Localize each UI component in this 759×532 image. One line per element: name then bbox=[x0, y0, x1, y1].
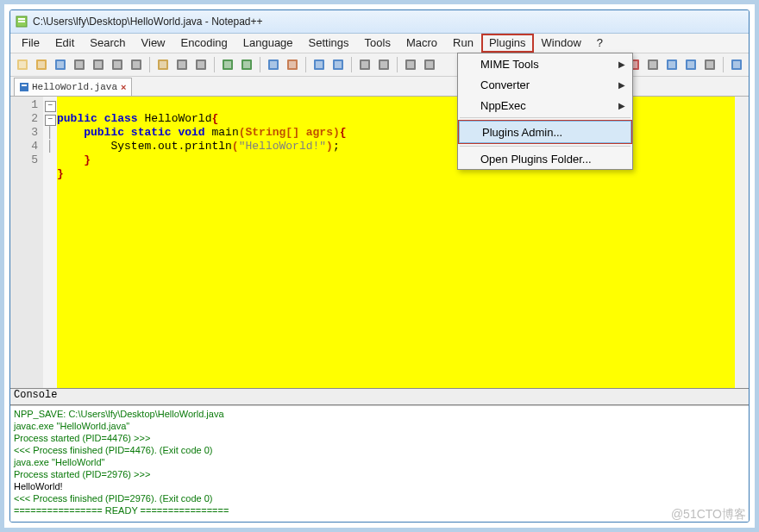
menu-item-label: Open Plugins Folder... bbox=[480, 153, 592, 166]
menu-view[interactable]: View bbox=[134, 34, 173, 53]
toolbar-separator bbox=[305, 57, 306, 72]
stop-icon[interactable] bbox=[644, 56, 662, 73]
tab-file-icon bbox=[20, 83, 28, 91]
copy-icon[interactable] bbox=[173, 56, 191, 73]
menu-tools[interactable]: Tools bbox=[357, 34, 398, 53]
wrap-icon[interactable] bbox=[402, 56, 419, 73]
close-icon[interactable] bbox=[90, 56, 107, 73]
monitor-icon[interactable] bbox=[728, 56, 745, 73]
code-editor[interactable]: 12345 − − │ │ public class HelloWorld{ p… bbox=[10, 97, 749, 388]
svg-rect-48 bbox=[668, 61, 675, 68]
svg-rect-6 bbox=[38, 61, 45, 68]
menu-item-label: Plugins Admin... bbox=[482, 126, 562, 139]
tab-helloworld[interactable]: HelloWorld.java × bbox=[14, 78, 132, 96]
menu-settings[interactable]: Settings bbox=[301, 34, 357, 53]
svg-rect-36 bbox=[361, 61, 368, 68]
toolbar-separator bbox=[397, 57, 398, 72]
menu-language[interactable]: Language bbox=[235, 34, 301, 53]
svg-rect-52 bbox=[706, 61, 713, 68]
open-file-icon[interactable] bbox=[33, 56, 50, 73]
svg-rect-1 bbox=[18, 18, 25, 20]
menu-encoding[interactable]: Encoding bbox=[173, 34, 235, 53]
watermark: @51CTO博客 bbox=[671, 507, 746, 523]
line-number-gutter: 12345 bbox=[10, 97, 43, 388]
menu-item-mime-tools[interactable]: MIME Tools▶ bbox=[458, 53, 632, 74]
line-number: 2 bbox=[10, 112, 38, 126]
app-window: C:\Users\lfy\Desktop\HelloWorld.java - N… bbox=[9, 9, 750, 523]
print-icon[interactable] bbox=[128, 56, 145, 73]
close-all-icon[interactable] bbox=[109, 56, 126, 73]
fold-toggle-icon[interactable]: − bbox=[45, 101, 56, 112]
svg-rect-46 bbox=[649, 61, 656, 68]
svg-rect-40 bbox=[407, 61, 414, 68]
svg-rect-38 bbox=[380, 61, 387, 68]
console-line: <<< Process finished (PID=2976). (Exit c… bbox=[14, 492, 745, 504]
window-title: C:\Users\lfy\Desktop\HelloWorld.java - N… bbox=[33, 16, 263, 28]
menu-item-converter[interactable]: Converter▶ bbox=[458, 74, 632, 95]
svg-rect-14 bbox=[114, 61, 121, 68]
fold-gutter: − − │ │ bbox=[43, 97, 57, 388]
line-number: 4 bbox=[10, 140, 38, 153]
save-icon[interactable] bbox=[52, 56, 69, 73]
tab-close-icon[interactable]: × bbox=[121, 82, 126, 92]
zoom-out-icon[interactable] bbox=[329, 56, 347, 73]
svg-rect-8 bbox=[57, 61, 64, 68]
menu-macro[interactable]: Macro bbox=[398, 34, 445, 53]
cut-icon[interactable] bbox=[154, 56, 172, 73]
sync-h-icon[interactable] bbox=[375, 56, 392, 73]
toolbar-separator bbox=[214, 57, 215, 72]
menu-edit[interactable]: Edit bbox=[47, 34, 82, 53]
svg-rect-10 bbox=[76, 61, 83, 68]
menu-item-nppexec[interactable]: NppExec▶ bbox=[458, 95, 632, 116]
console-line: java.exe "HelloWorld" bbox=[14, 456, 745, 468]
console-header[interactable]: Console bbox=[10, 388, 749, 405]
svg-rect-24 bbox=[224, 61, 231, 68]
menu-run[interactable]: Run bbox=[445, 34, 481, 53]
line-number: 5 bbox=[10, 153, 38, 167]
find-icon[interactable] bbox=[265, 56, 282, 73]
menu-separator bbox=[460, 117, 630, 118]
svg-rect-34 bbox=[335, 61, 342, 68]
chars-icon[interactable] bbox=[421, 56, 438, 73]
menu-window[interactable]: Window bbox=[534, 34, 589, 53]
svg-rect-4 bbox=[19, 61, 26, 68]
sync-v-icon[interactable] bbox=[356, 56, 373, 73]
paste-icon[interactable] bbox=[192, 56, 210, 73]
titlebar[interactable]: C:\Users\lfy\Desktop\HelloWorld.java - N… bbox=[10, 10, 749, 34]
save-all-icon[interactable] bbox=[71, 56, 88, 73]
menu-separator bbox=[460, 146, 630, 147]
toolbar-separator bbox=[149, 57, 150, 72]
svg-rect-18 bbox=[160, 61, 166, 68]
console-line: NPP_SAVE: C:\Users\lfy\Desktop\HelloWorl… bbox=[14, 408, 745, 420]
menu-item-label: NppExec bbox=[480, 99, 526, 112]
console-panel[interactable]: NPP_SAVE: C:\Users\lfy\Desktop\HelloWorl… bbox=[10, 405, 749, 522]
savem-icon[interactable] bbox=[701, 56, 718, 73]
svg-rect-16 bbox=[133, 61, 140, 68]
play-icon[interactable] bbox=[663, 56, 681, 73]
vertical-scrollbar[interactable] bbox=[735, 97, 749, 388]
undo-icon[interactable] bbox=[219, 56, 236, 73]
code-area[interactable]: public class HelloWorld{ public static v… bbox=[57, 97, 749, 388]
new-file-icon[interactable] bbox=[14, 56, 31, 73]
menu-item-plugins-admin[interactable]: Plugins Admin... bbox=[459, 121, 631, 143]
menu-plugins[interactable]: Plugins bbox=[481, 34, 534, 53]
toolbar bbox=[10, 53, 749, 77]
menu-search[interactable]: Search bbox=[82, 34, 133, 53]
menu-item-open-plugins-folder[interactable]: Open Plugins Folder... bbox=[458, 148, 632, 169]
menu-help[interactable]: ? bbox=[589, 34, 611, 53]
toolbar-separator bbox=[351, 57, 352, 72]
tabbar: HelloWorld.java × bbox=[10, 77, 749, 97]
svg-rect-50 bbox=[687, 61, 694, 68]
menu-file[interactable]: File bbox=[14, 34, 47, 53]
console-line: javac.exe "HelloWorld.java" bbox=[14, 420, 745, 432]
svg-rect-28 bbox=[270, 61, 277, 68]
playm-icon[interactable] bbox=[682, 56, 699, 73]
zoom-in-icon[interactable] bbox=[310, 56, 328, 73]
redo-icon[interactable] bbox=[238, 56, 255, 73]
replace-icon[interactable] bbox=[284, 56, 301, 73]
menu-item-label: Converter bbox=[480, 78, 530, 91]
svg-rect-12 bbox=[95, 61, 102, 68]
console-line: <<< Process finished (PID=4476). (Exit c… bbox=[14, 444, 745, 456]
console-line: HelloWorld! bbox=[14, 480, 745, 492]
fold-toggle-icon[interactable]: − bbox=[45, 115, 56, 126]
